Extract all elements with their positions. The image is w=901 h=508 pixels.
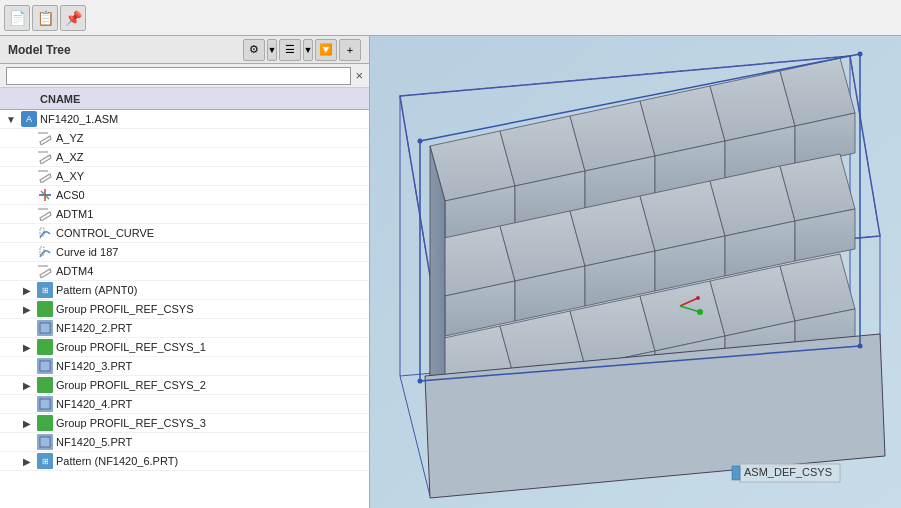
svg-rect-20 [40, 361, 50, 371]
tree-filter-dropdown[interactable]: ▼ [303, 39, 313, 61]
tree-item-icon [37, 206, 53, 222]
tree-item-label: Group PROFIL_REF_CSYS_2 [56, 379, 206, 391]
tree-item-icon [37, 415, 53, 431]
tree-item-label: Curve id 187 [56, 246, 118, 258]
svg-point-16 [43, 307, 47, 311]
tree-add-button[interactable]: + [339, 39, 361, 61]
tree-item-icon [37, 358, 53, 374]
pin-button[interactable]: 📌 [60, 5, 86, 31]
tree-item-icon: ⊞ [37, 453, 53, 469]
tree-toggle[interactable]: ▶ [20, 454, 34, 468]
svg-point-84 [696, 296, 700, 300]
tree-item[interactable]: ▶⊞Pattern (APNT0) [0, 281, 369, 300]
tree-item[interactable]: ADTM1 [0, 205, 369, 224]
tree-item[interactable]: Curve id 187 [0, 243, 369, 262]
svg-point-22 [43, 383, 47, 387]
model-tree-title: Model Tree [8, 43, 71, 57]
svg-marker-13 [40, 269, 51, 278]
tree-item-icon [37, 130, 53, 146]
tree-item[interactable]: ▶⊞Pattern (NF1420_6.PRT) [0, 452, 369, 471]
tree-toggle[interactable]: ▼ [4, 112, 18, 126]
tree-toggle[interactable]: ▶ [20, 283, 34, 297]
tree-item-icon [37, 396, 53, 412]
tree-settings-button[interactable]: ⚙ [243, 39, 265, 61]
tree-columns-button[interactable]: 🔽 [315, 39, 337, 61]
tree-filter-button[interactable]: ☰ [279, 39, 301, 61]
tree-item[interactable]: ▶Group PROFIL_REF_CSYS_2 [0, 376, 369, 395]
tree-toggle [20, 131, 34, 145]
tree-header: Model Tree ⚙ ▼ ☰ ▼ 🔽 + [0, 36, 369, 64]
tree-item-label: NF1420_3.PRT [56, 360, 132, 372]
tree-toggle [20, 359, 34, 373]
copy-button[interactable]: 📋 [32, 5, 58, 31]
viewport: ASM_DEF_CSYS [370, 36, 901, 508]
search-bar: × [0, 64, 369, 88]
tree-item[interactable]: A_YZ [0, 129, 369, 148]
svg-text:ASM_DEF_CSYS: ASM_DEF_CSYS [744, 466, 832, 478]
tree-item[interactable]: NF1420_3.PRT [0, 357, 369, 376]
tree-item-label: Group PROFIL_REF_CSYS_1 [56, 341, 206, 353]
search-close-button[interactable]: × [355, 68, 363, 83]
tree-toggle[interactable]: ▶ [20, 302, 34, 316]
tree-item[interactable]: NF1420_2.PRT [0, 319, 369, 338]
tree-item-label: NF1420_2.PRT [56, 322, 132, 334]
tree-item-label: Group PROFIL_REF_CSYS [56, 303, 194, 315]
tree-item-label: A_XZ [56, 151, 84, 163]
tree-item[interactable]: CONTROL_CURVE [0, 224, 369, 243]
tree-settings-dropdown[interactable]: ▼ [267, 39, 277, 61]
tree-item-label: Pattern (NF1420_6.PRT) [56, 455, 178, 467]
tree-item-label: CONTROL_CURVE [56, 227, 154, 239]
tree-item-icon [37, 301, 53, 317]
tree-item-label: ADTM4 [56, 265, 93, 277]
tree-item-icon: A [21, 111, 37, 127]
tree-item[interactable]: ADTM4 [0, 262, 369, 281]
svg-rect-23 [40, 399, 50, 409]
tree-toggle [20, 207, 34, 221]
tree-item-icon [37, 263, 53, 279]
svg-rect-87 [732, 466, 740, 480]
left-panel: Model Tree ⚙ ▼ ☰ ▼ 🔽 + × CNAME ▼ANF1420_… [0, 36, 370, 508]
tree-item[interactable]: A_XY [0, 167, 369, 186]
tree-toggle [20, 150, 34, 164]
tree-toggle [20, 226, 34, 240]
tree-toggle[interactable]: ▶ [20, 340, 34, 354]
svg-point-79 [418, 379, 423, 384]
tree-toggle [20, 321, 34, 335]
tree-item[interactable]: NF1420_5.PRT [0, 433, 369, 452]
tree-item[interactable]: NF1420_4.PRT [0, 395, 369, 414]
tree-content[interactable]: ▼ANF1420_1.ASMA_YZA_XZA_XYACS0ADTM1CONTR… [0, 110, 369, 508]
new-button[interactable]: 📄 [4, 5, 30, 31]
tree-item-icon [37, 377, 53, 393]
svg-rect-17 [40, 323, 50, 333]
tree-item-label: A_YZ [56, 132, 84, 144]
svg-rect-26 [40, 437, 50, 447]
tree-item[interactable]: ▶Group PROFIL_REF_CSYS [0, 300, 369, 319]
svg-point-25 [43, 421, 47, 425]
tree-item-icon [37, 434, 53, 450]
tree-toggle[interactable]: ▶ [20, 378, 34, 392]
svg-marker-0 [40, 136, 51, 145]
tree-toggle [20, 435, 34, 449]
tree-item-icon [37, 187, 53, 203]
search-input[interactable] [6, 67, 351, 85]
tree-item-label: A_XY [56, 170, 84, 182]
tree-item[interactable]: ▼ANF1420_1.ASM [0, 110, 369, 129]
tree-item[interactable]: ▶Group PROFIL_REF_CSYS_1 [0, 338, 369, 357]
tree-item-icon [37, 320, 53, 336]
tree-item[interactable]: ACS0 [0, 186, 369, 205]
tree-item[interactable]: A_XZ [0, 148, 369, 167]
svg-marker-2 [40, 155, 51, 164]
tree-item[interactable]: ▶Group PROFIL_REF_CSYS_3 [0, 414, 369, 433]
tree-item-label: ACS0 [56, 189, 85, 201]
column-header: CNAME [0, 88, 369, 110]
svg-point-19 [43, 345, 47, 349]
tree-toggle [20, 245, 34, 259]
tree-toggle [20, 264, 34, 278]
svg-point-83 [697, 309, 703, 315]
main-area: Model Tree ⚙ ▼ ☰ ▼ 🔽 + × CNAME ▼ANF1420_… [0, 36, 901, 508]
tree-item-icon [37, 168, 53, 184]
svg-marker-9 [40, 212, 51, 221]
tree-item-icon [37, 244, 53, 260]
tree-toggle [20, 169, 34, 183]
tree-toggle[interactable]: ▶ [20, 416, 34, 430]
